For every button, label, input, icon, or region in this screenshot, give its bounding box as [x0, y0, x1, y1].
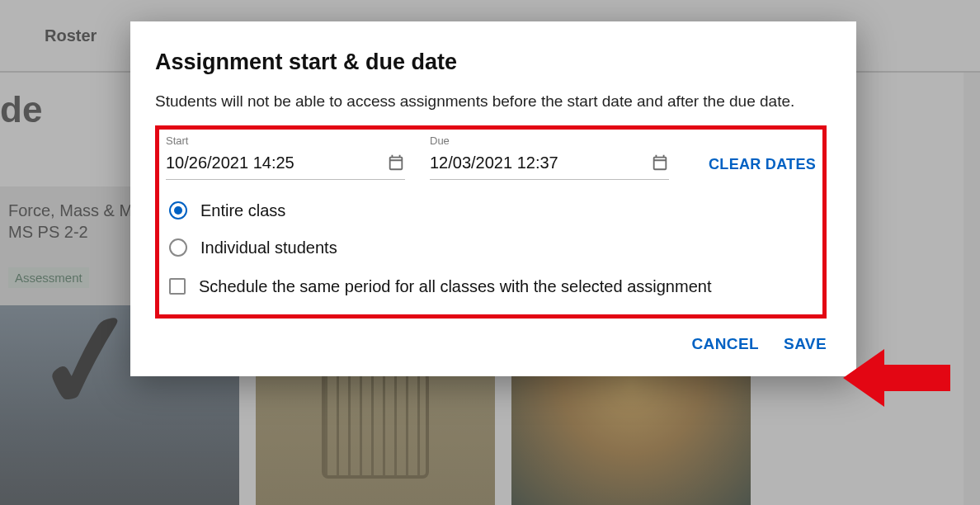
- radio-label: Individual students: [200, 238, 337, 257]
- radio-entire-class[interactable]: Entire class: [169, 201, 816, 220]
- radio-icon[interactable]: [169, 238, 187, 257]
- modal-actions: CANCEL SAVE: [155, 335, 827, 353]
- date-row: Start 10/26/2021 14:25 Due 12/03/2021 12…: [166, 135, 816, 180]
- due-date-field[interactable]: Due 12/03/2021 12:37: [430, 135, 669, 180]
- due-date-label: Due: [430, 135, 669, 147]
- calendar-icon[interactable]: [651, 153, 669, 172]
- start-date-field[interactable]: Start 10/26/2021 14:25: [166, 135, 405, 180]
- modal-title: Assignment start & due date: [155, 50, 827, 75]
- svg-marker-0: [843, 349, 950, 407]
- save-button[interactable]: SAVE: [784, 335, 827, 353]
- due-date-value[interactable]: 12/03/2021 12:37: [430, 153, 558, 172]
- assignment-date-modal: Assignment start & due date Students wil…: [130, 21, 856, 376]
- radio-individual-students[interactable]: Individual students: [169, 238, 816, 257]
- annotation-arrow-icon: [843, 345, 950, 411]
- modal-description: Students will not be able to access assi…: [155, 90, 827, 114]
- radio-icon[interactable]: [169, 201, 187, 219]
- cancel-button[interactable]: CANCEL: [691, 335, 759, 353]
- clear-dates-button[interactable]: CLEAR DATES: [709, 156, 816, 180]
- checkbox-same-period[interactable]: Schedule the same period for all classes…: [169, 277, 816, 296]
- calendar-icon[interactable]: [387, 153, 405, 172]
- highlighted-section: Start 10/26/2021 14:25 Due 12/03/2021 12…: [155, 125, 827, 319]
- checkbox-icon[interactable]: [169, 278, 186, 295]
- radio-label: Entire class: [200, 201, 285, 220]
- start-date-value[interactable]: 10/26/2021 14:25: [166, 153, 294, 172]
- start-date-label: Start: [166, 135, 405, 147]
- checkbox-label: Schedule the same period for all classes…: [199, 277, 711, 296]
